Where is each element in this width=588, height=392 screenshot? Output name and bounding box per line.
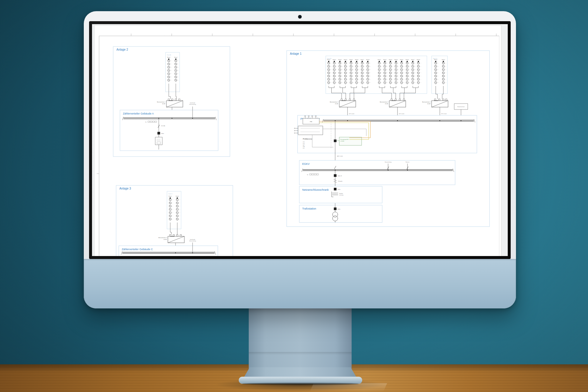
inverter-label: Wechselrichter 3 xyxy=(422,102,430,103)
string-label: String 8 xyxy=(366,59,370,60)
string-label: String 2 xyxy=(442,59,445,60)
svg-text:1x: 1x xyxy=(307,174,308,175)
network-box: Netzwerkschrank xyxy=(454,104,468,109)
inverter-label: 10 kW xyxy=(162,103,165,104)
drawing-sheet: Anlage 2Dach AString 1String 2Wechselric… xyxy=(94,25,501,256)
strings-box-dach-c: Dach CString 1String 2 xyxy=(167,191,181,229)
group-title: Anlage 3 xyxy=(119,187,131,190)
strings-box-dach-a: Dach AString 1String 2 xyxy=(166,52,180,92)
panel-netzanschluss: NetzanschlussschrankZählerWandler-messun… xyxy=(299,186,382,203)
branch-label: Unterverteilung xyxy=(189,104,196,105)
meter-label: Zähler xyxy=(338,189,341,190)
roof-label: Dach C xyxy=(168,193,173,195)
imac-stand-base-shadow xyxy=(242,383,359,385)
webcam-icon xyxy=(298,15,302,19)
panel-trafostation: TrafostationZähler xyxy=(299,205,382,222)
string-label: String 7 xyxy=(411,59,415,60)
string-label: String 3 xyxy=(338,59,342,60)
string-label: String 3 xyxy=(389,59,392,60)
cable-label: NYY-J 5x16 xyxy=(441,113,447,114)
meter-label: Zähler xyxy=(338,209,341,210)
pruefklemme-label: Prüfklemme xyxy=(303,138,313,140)
string-label: String 4 xyxy=(344,59,347,60)
string-label: String 2 xyxy=(176,196,179,197)
legend-line: 4 N xyxy=(303,145,304,146)
imac-chin xyxy=(84,259,516,308)
inverter-label: Wechselrichter 1 xyxy=(157,102,165,103)
string-label: String 1 xyxy=(378,59,381,60)
legend-line: 2 L2 xyxy=(303,142,305,144)
panel-title: EGKV xyxy=(302,162,310,165)
string-label: String 6 xyxy=(406,59,409,60)
roof-label: Dach A xyxy=(167,54,171,56)
string-label: String 2 xyxy=(174,57,178,58)
panel-pv-ac-sammler: PV-AC SammlerFREPrüfklemme1 L12 L23 L34 … xyxy=(294,115,477,153)
connector-label: Übergabe xyxy=(338,181,343,182)
panel-title: Trafostation xyxy=(302,207,316,210)
panel-title: Zählerverteiler Gebäude A xyxy=(123,112,154,115)
ct-label: Wandler- xyxy=(339,193,343,194)
inverter-label: 25 kW xyxy=(335,103,338,104)
tap-label: Hausverteilung xyxy=(385,162,392,163)
schematic-canvas[interactable]: Anlage 2Dach AString 1String 2Wechselric… xyxy=(92,24,508,256)
group-title: Anlage 1 xyxy=(290,52,302,55)
meter-label: Zähler xyxy=(161,133,164,134)
string-label: String 7 xyxy=(361,59,364,60)
switch-label: SLS 63A xyxy=(161,125,165,127)
legend-line: 6 St xyxy=(303,148,305,149)
strings-box-dach-b: Dach BString 1String 2String 3String 4St… xyxy=(326,56,427,94)
green-label: Z2 RLM xyxy=(340,141,344,142)
inverter-label: 10 kW xyxy=(427,103,430,104)
inverter-label: 10 kW xyxy=(163,239,167,240)
inverter-label: 25 kW xyxy=(385,103,388,104)
cable-label: NAYY-J 4x50 xyxy=(337,156,343,157)
inverter-label: Wechselrichter 1 xyxy=(330,102,338,103)
imac-stand-neck xyxy=(249,308,352,371)
cad-application-window: Anlage 2Dach AString 1String 2Wechselric… xyxy=(92,24,508,256)
branch-label: Unterverteilung xyxy=(189,240,196,242)
network-box-label: Netzwerkschrank xyxy=(457,106,465,107)
string-label: String 8 xyxy=(417,59,420,60)
cable-label: NYY-J 5x16 xyxy=(399,113,404,114)
string-label: String 2 xyxy=(383,59,387,60)
string-label: String 1 xyxy=(167,57,171,58)
inverter-label: Wechselrichter 3 xyxy=(158,237,167,238)
green-label: Erzeugungszähler xyxy=(340,139,349,140)
strings-box-dach-d: Dach DString 1String 2 xyxy=(432,56,447,94)
string-label: String 5 xyxy=(400,59,403,60)
branch-label: bestehende xyxy=(190,102,195,104)
ct-label: messung xyxy=(339,195,343,196)
string-label: String 6 xyxy=(355,59,358,60)
string-label: String 1 xyxy=(434,59,437,60)
svg-text:1x: 1x xyxy=(145,121,146,123)
green-label-box: ErzeugungszählerZ2 RLM xyxy=(339,137,362,145)
group-title: Anlage 2 xyxy=(116,48,128,51)
legend-line: 1 L1 xyxy=(303,141,305,142)
panel-title: Netzanschlussschrank xyxy=(302,188,329,191)
panel-title: Zählerverteiler Gebäude C xyxy=(122,248,153,251)
inverter-label: Wechselrichter 2 xyxy=(380,102,388,103)
legend-line: 5 PE xyxy=(303,146,305,147)
string-label: String 2 xyxy=(333,59,336,60)
legend-line: 3 L3 xyxy=(303,144,305,145)
string-label: String 1 xyxy=(169,196,172,197)
tap-label: Reserve xyxy=(406,162,410,163)
branch-label: bestehende xyxy=(190,239,195,240)
scene: Anlage 2Dach AString 1String 2Wechselric… xyxy=(0,0,588,392)
control-box xyxy=(294,126,323,135)
cable-label: NYY-J 5x16 xyxy=(349,113,354,114)
string-label: String 5 xyxy=(350,59,353,60)
receiver-label: FRE xyxy=(310,121,312,122)
string-label: String 4 xyxy=(395,59,398,60)
string-label: String 1 xyxy=(327,59,330,60)
meter-cabinet xyxy=(155,137,162,145)
panel-egkv: EGKV1xHausverteilungReserveZähler Z1Über… xyxy=(299,160,455,185)
meter-label: Zähler Z1 xyxy=(338,175,342,177)
